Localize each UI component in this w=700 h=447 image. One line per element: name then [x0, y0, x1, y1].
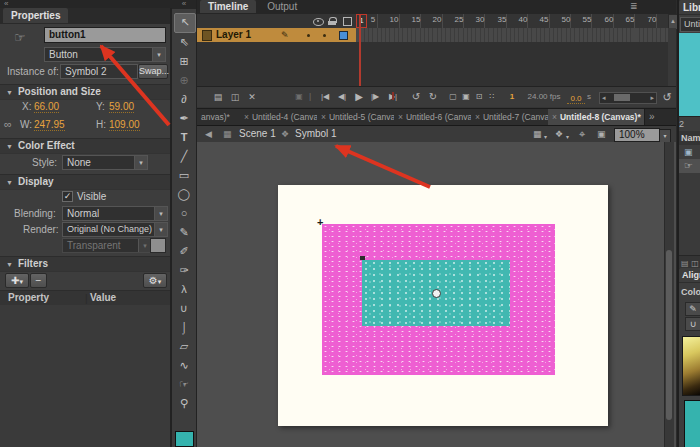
- symbol-type-dropdown[interactable]: Button ▾: [44, 47, 166, 62]
- onion-skin-outlines-icon[interactable]: ▣: [460, 90, 472, 104]
- layer-lock-dot[interactable]: [323, 34, 326, 37]
- x-value[interactable]: 66.00: [34, 101, 59, 113]
- frame-ruler[interactable]: 5 10 15 20 25 30 35 40 45 50 55 60 65 70…: [356, 14, 668, 29]
- free-transform-tool[interactable]: ⊞: [174, 52, 194, 70]
- rectangle-tool[interactable]: ▭: [174, 166, 194, 184]
- library-document-select[interactable]: Untitled-8: [680, 17, 700, 32]
- fill-color-swatch[interactable]: [175, 431, 194, 447]
- stage-area[interactable]: +: [197, 142, 676, 447]
- doc-tab-untitled-7[interactable]: ×Untitled-7 (Canvas)*: [471, 109, 552, 125]
- tab-properties[interactable]: Properties: [3, 8, 68, 23]
- render-dropdown[interactable]: Original (No Change) ▾: [62, 222, 168, 237]
- stroke-color-control[interactable]: ✎: [685, 302, 700, 316]
- hand-tool[interactable]: ☞: [174, 375, 194, 393]
- clip-content-icon[interactable]: ▣: [597, 126, 606, 142]
- new-folder-icon[interactable]: ◫: [691, 259, 699, 268]
- outline-icon[interactable]: [343, 17, 352, 26]
- stage-v-scrollbar[interactable]: [664, 142, 674, 447]
- chevron-down-icon[interactable]: ▾: [659, 129, 671, 143]
- scrollbar-thumb[interactable]: [666, 250, 672, 420]
- tab-output[interactable]: Output: [259, 0, 305, 13]
- section-position-and-size[interactable]: ▼Position and Size: [0, 84, 170, 100]
- library-item-movieclip[interactable]: ▣: [679, 145, 700, 159]
- selection-tool[interactable]: ↖: [174, 13, 196, 33]
- delete-layer-icon[interactable]: ✕: [245, 90, 259, 104]
- edit-scene-icon[interactable]: ▦: [533, 126, 542, 142]
- lasso-tool[interactable]: ∂: [174, 90, 194, 108]
- first-frame-button[interactable]: |◀: [317, 90, 333, 104]
- eyedropper-tool[interactable]: ⌡: [174, 318, 194, 336]
- eraser-tool[interactable]: ▱: [174, 337, 194, 355]
- pen-tool[interactable]: ✒: [174, 109, 194, 127]
- zoom-tool[interactable]: ⚲: [174, 394, 194, 412]
- tab-align[interactable]: Align: [679, 268, 700, 282]
- swap-button[interactable]: Swap...: [138, 64, 168, 79]
- text-tool[interactable]: T: [174, 128, 194, 146]
- playhead-line[interactable]: [359, 15, 361, 86]
- tab-library[interactable]: Library: [679, 0, 700, 14]
- layer-visibility-dot[interactable]: [307, 34, 310, 37]
- brush-tool[interactable]: ✐: [174, 242, 194, 260]
- doc-tab-untitled-4[interactable]: ×Untitled-4 (Canvas)*: [240, 109, 321, 125]
- back-arrow-icon[interactable]: ◀: [205, 126, 212, 142]
- remove-filter-button[interactable]: −: [30, 273, 47, 288]
- new-folder-icon[interactable]: ◫: [228, 90, 242, 104]
- h-value[interactable]: 109.00: [109, 119, 140, 131]
- close-tab-icon[interactable]: ×: [552, 112, 557, 122]
- panel-menu-icon[interactable]: ≣: [630, 1, 638, 11]
- scrollbar-thumb[interactable]: [614, 94, 630, 101]
- blending-dropdown[interactable]: Normal ▾: [62, 206, 168, 221]
- doc-tab-untitled-5[interactable]: ×Untitled-5 (Canvas)*: [317, 109, 398, 125]
- edit-symbols-icon[interactable]: ❖: [555, 126, 563, 142]
- close-tab-icon[interactable]: ×: [475, 112, 480, 122]
- layer-name[interactable]: Layer 1: [216, 28, 251, 42]
- width-tool[interactable]: ∿: [174, 356, 194, 374]
- visible-checkbox[interactable]: ✓: [62, 191, 73, 202]
- instance-name-input[interactable]: button1: [44, 27, 166, 43]
- close-tab-icon[interactable]: ×: [244, 112, 249, 122]
- add-filter-button[interactable]: ✚▾: [5, 273, 29, 288]
- layer-outline-color-swatch[interactable]: [339, 31, 348, 40]
- paint-brush-tool[interactable]: ✑: [174, 261, 194, 279]
- play-button[interactable]: ▶: [352, 90, 366, 104]
- camera-icon[interactable]: ▣: [293, 90, 305, 104]
- loop-playback-icon[interactable]: ↺: [409, 90, 423, 104]
- filter-options-button[interactable]: ⚙▾: [143, 273, 167, 288]
- 3d-rotation-tool[interactable]: ⊕: [174, 71, 194, 89]
- section-display[interactable]: ▼Display: [0, 174, 170, 190]
- layer-row[interactable]: Layer 1 ✎: [197, 28, 356, 42]
- library-name-column-header[interactable]: Name: [679, 131, 700, 145]
- breadcrumb-symbol[interactable]: Symbol 1: [295, 126, 337, 142]
- layer-frames-strip[interactable]: [356, 28, 668, 43]
- color-panel-header[interactable]: Color: [679, 285, 700, 299]
- timeline-h-scrollbar[interactable]: ◂ ▸: [599, 92, 657, 104]
- loop-range-icon[interactable]: ↻: [426, 90, 440, 104]
- section-color-effect[interactable]: ▼Color Effect: [0, 138, 170, 154]
- y-value[interactable]: 59.00: [109, 101, 134, 113]
- close-tab-icon[interactable]: ×: [321, 112, 326, 122]
- new-layer-icon[interactable]: ▤: [211, 90, 225, 104]
- constrain-link-icon[interactable]: ∞: [4, 118, 12, 130]
- subselection-tool[interactable]: ⇖: [174, 33, 194, 51]
- canvas[interactable]: +: [278, 185, 608, 426]
- line-tool[interactable]: ╱: [174, 147, 194, 165]
- pencil-tool[interactable]: ✎: [174, 223, 194, 241]
- scroll-right-icon[interactable]: ▸: [650, 93, 654, 103]
- section-filters[interactable]: ▼Filters: [0, 256, 170, 272]
- doc-tab-partial[interactable]: anvas)*: [197, 109, 244, 125]
- tab-timeline[interactable]: Timeline: [200, 0, 256, 13]
- tab-overflow-icon[interactable]: »: [649, 111, 655, 122]
- frame-rate-value[interactable]: 24.00 fps: [522, 90, 566, 104]
- bone-tool[interactable]: λ: [174, 280, 194, 298]
- w-value[interactable]: 247.95: [34, 119, 65, 131]
- next-frame-button[interactable]: |▶: [367, 90, 383, 104]
- oval-tool[interactable]: ◯: [174, 185, 194, 203]
- show-hide-eye-icon[interactable]: [313, 18, 324, 26]
- color-picker-gradient[interactable]: [682, 336, 700, 396]
- polystar-tool[interactable]: ○: [174, 204, 194, 222]
- doc-tab-untitled-8-active[interactable]: ×Untitled-8 (Canvas)*: [548, 109, 645, 125]
- prev-frame-button[interactable]: ◀|: [334, 90, 350, 104]
- center-frame-icon[interactable]: ⌖: [579, 126, 585, 142]
- scroll-left-icon[interactable]: ◂: [602, 93, 606, 103]
- breadcrumb-scene[interactable]: Scene 1: [239, 126, 276, 142]
